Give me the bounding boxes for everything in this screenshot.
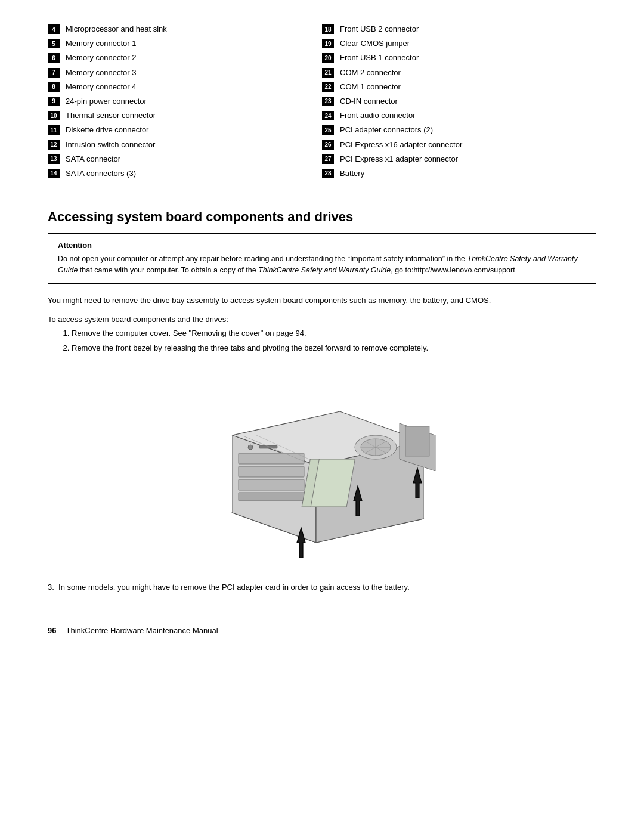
component-label: Intrusion switch connector: [66, 140, 155, 150]
component-label: COM 1 connector: [340, 82, 401, 92]
component-label: COM 2 connector: [340, 67, 401, 78]
component-badge: 14: [48, 169, 60, 178]
component-badge: 8: [48, 82, 60, 92]
component-label: CD-IN connector: [340, 96, 398, 107]
right-column: 18Front USB 2 connector19Clear CMOS jump…: [322, 24, 596, 180]
component-label: SATA connector: [66, 154, 120, 165]
component-badge: 6: [48, 53, 60, 63]
component-badge: 4: [48, 24, 60, 34]
component-badge: 27: [322, 154, 334, 164]
component-label: Front USB 1 connector: [340, 52, 419, 63]
footer-page-number: 96: [48, 626, 56, 635]
component-label: Front USB 2 connector: [340, 24, 419, 35]
component-list: 4Microprocessor and heat sink5Memory con…: [48, 24, 596, 191]
attention-label: Attention: [58, 241, 586, 250]
component-row: 4Microprocessor and heat sink: [48, 24, 322, 35]
component-row: 27PCI Express x1 adapter connector: [322, 154, 596, 165]
section-title: Accessing system board components and dr…: [48, 209, 596, 225]
component-row: 13SATA connector: [48, 154, 322, 165]
component-row: 19Clear CMOS jumper: [322, 38, 596, 49]
component-label: Memory connector 2: [66, 52, 137, 63]
svg-rect-6: [239, 479, 304, 490]
component-row: 26PCI Express x16 adapter connector: [322, 140, 596, 150]
component-label: Thermal sensor connector: [66, 110, 156, 121]
component-row: 20Front USB 1 connector: [322, 52, 596, 63]
component-badge: 18: [322, 24, 334, 34]
component-label: Front audio connector: [340, 110, 415, 121]
component-label: Clear CMOS jumper: [340, 38, 410, 49]
svg-rect-7: [239, 493, 304, 501]
component-label: Memory connector 3: [66, 67, 137, 78]
component-label: Microprocessor and heat sink: [66, 24, 167, 35]
component-badge: 22: [322, 82, 334, 92]
component-row: 924-pin power connector: [48, 96, 322, 107]
attention-box: Attention Do not open your computer or a…: [48, 233, 596, 284]
component-badge: 28: [322, 169, 334, 178]
component-row: 28Battery: [322, 168, 596, 179]
component-badge: 19: [322, 39, 334, 48]
component-badge: 26: [322, 140, 334, 150]
component-row: 7Memory connector 3: [48, 67, 322, 78]
component-badge: 12: [48, 140, 60, 150]
component-badge: 9: [48, 97, 60, 106]
component-row: 25PCI adapter connectors (2): [322, 125, 596, 135]
component-badge: 13: [48, 154, 60, 164]
attention-text: Do not open your computer or attempt any…: [58, 253, 586, 276]
left-column: 4Microprocessor and heat sink5Memory con…: [48, 24, 322, 180]
component-row: 22COM 1 connector: [322, 82, 596, 92]
component-badge: 5: [48, 39, 60, 48]
component-label: Battery: [340, 168, 364, 179]
component-row: 11Diskette drive connector: [48, 125, 322, 135]
svg-rect-5: [239, 466, 304, 477]
section-content: Accessing system board components and dr…: [48, 209, 596, 594]
steps-intro: To access system board components and th…: [48, 315, 596, 324]
component-badge: 7: [48, 68, 60, 78]
svg-point-8: [248, 445, 253, 450]
svg-rect-21: [405, 426, 429, 456]
footer: 96 ThinkCentre Hardware Maintenance Manu…: [48, 602, 596, 635]
component-badge: 24: [322, 111, 334, 120]
component-badge: 11: [48, 125, 60, 135]
component-badge: 20: [322, 53, 334, 63]
component-row: 23CD-IN connector: [322, 96, 596, 107]
component-row: 12Intrusion switch connector: [48, 140, 322, 150]
body-paragraph-1: You might need to remove the drive bay a…: [48, 295, 596, 307]
component-row: 5Memory connector 1: [48, 38, 322, 49]
component-label: Memory connector 4: [66, 82, 137, 92]
component-row: 24Front audio connector: [322, 110, 596, 121]
step-item: Remove the computer cover. See "Removing…: [72, 327, 596, 340]
svg-rect-4: [239, 453, 304, 464]
component-row: 6Memory connector 2: [48, 52, 322, 63]
footer-title: ThinkCentre Hardware Maintenance Manual: [66, 626, 218, 635]
component-label: PCI adapter connectors (2): [340, 125, 433, 135]
component-row: 18Front USB 2 connector: [322, 24, 596, 35]
component-label: PCI Express x16 adapter connector: [340, 140, 462, 150]
step-3-text: 3. In some models, you might have to rem…: [48, 581, 596, 594]
component-label: Diskette drive connector: [66, 125, 148, 135]
svg-rect-9: [259, 445, 277, 448]
component-label: 24-pin power connector: [66, 96, 147, 107]
component-row: 8Memory connector 4: [48, 82, 322, 92]
component-badge: 25: [322, 125, 334, 135]
component-badge: 10: [48, 111, 60, 120]
component-row: 10Thermal sensor connector: [48, 110, 322, 121]
computer-illustration: [197, 373, 447, 563]
illustration-area: [48, 373, 596, 563]
step-item: Remove the front bezel by releasing the …: [72, 342, 596, 355]
component-label: PCI Express x1 adapter connector: [340, 154, 458, 165]
component-label: SATA connectors (3): [66, 168, 136, 179]
component-label: Memory connector 1: [66, 38, 137, 49]
component-row: 14SATA connectors (3): [48, 168, 322, 179]
steps-list: Remove the computer cover. See "Removing…: [60, 327, 596, 355]
component-badge: 23: [322, 97, 334, 106]
component-row: 21COM 2 connector: [322, 67, 596, 78]
component-badge: 21: [322, 68, 334, 78]
